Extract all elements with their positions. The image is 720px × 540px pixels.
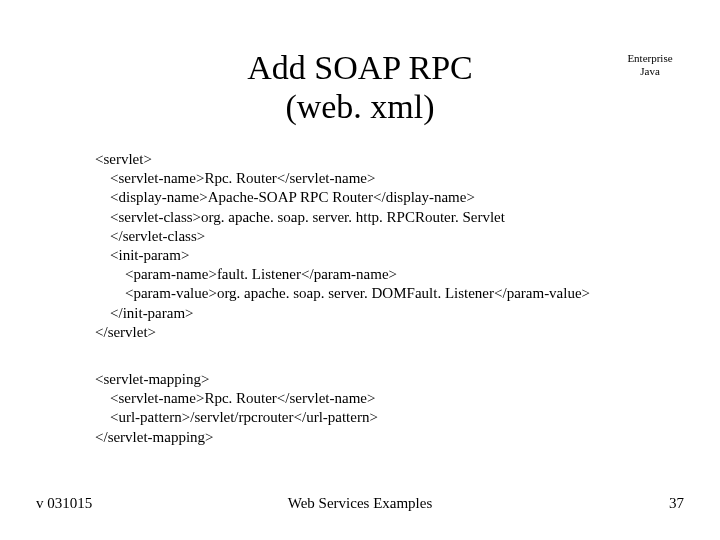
corner-line-2: Java xyxy=(620,65,680,78)
corner-line-1: Enterprise xyxy=(620,52,680,65)
corner-label: Enterprise Java xyxy=(620,52,680,77)
code-block-servlet-mapping: <servlet-mapping> <servlet-name>Rpc. Rou… xyxy=(95,370,670,447)
code-block-servlet: <servlet> <servlet-name>Rpc. Router</ser… xyxy=(95,150,670,342)
footer-title: Web Services Examples xyxy=(0,495,720,512)
title-line-1: Add SOAP RPC xyxy=(247,49,472,86)
slide: Add SOAP RPC (web. xml) Enterprise Java … xyxy=(0,0,720,540)
page-number: 37 xyxy=(669,495,684,512)
slide-title: Add SOAP RPC (web. xml) xyxy=(0,48,720,126)
title-line-2: (web. xml) xyxy=(0,87,720,126)
